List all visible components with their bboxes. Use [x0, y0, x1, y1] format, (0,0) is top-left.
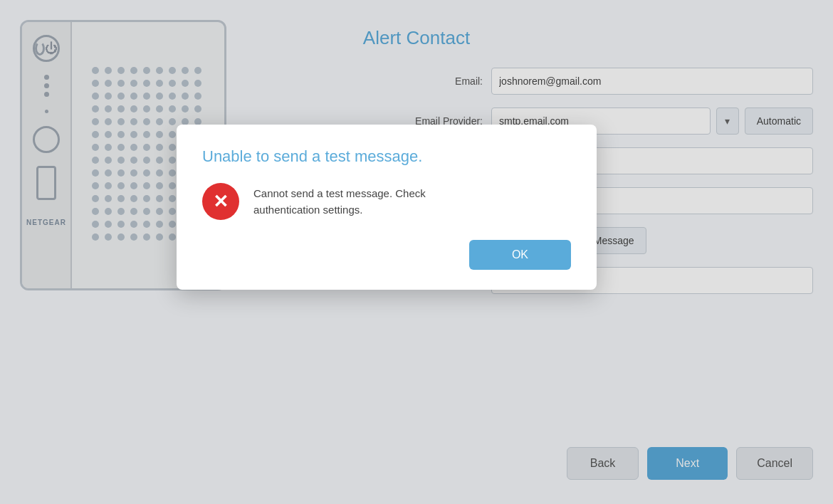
dialog-title: Unable to send a test message.	[202, 147, 571, 166]
error-x-icon: ✕	[213, 192, 229, 211]
error-dialog: Unable to send a test message. ✕ Cannot …	[177, 125, 597, 290]
error-circle: ✕	[202, 183, 239, 220]
error-icon: ✕	[202, 183, 239, 220]
dialog-message-line1: Cannot send a test message. Check	[253, 187, 426, 199]
dialog-footer: OK	[202, 240, 571, 270]
dialog-body: ✕ Cannot send a test message. Check auth…	[202, 183, 571, 220]
dialog-message: Cannot send a test message. Check authen…	[253, 183, 426, 218]
ok-button[interactable]: OK	[469, 240, 571, 270]
dialog-message-line2: authentication settings.	[253, 204, 362, 216]
